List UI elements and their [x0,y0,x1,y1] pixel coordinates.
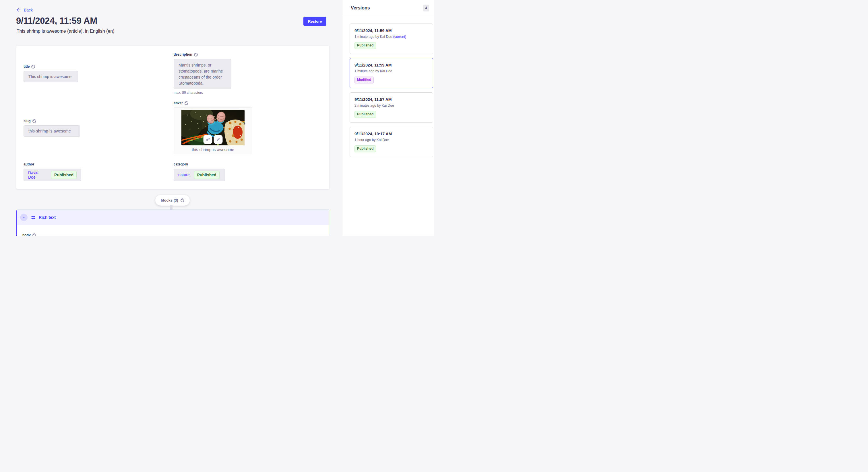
body-field-label: body [22,233,31,236]
version-current-label: (current) [393,35,406,39]
globe-icon [32,119,36,123]
version-status-badge: Published [354,145,376,152]
slug-field-label: slug [24,119,31,123]
field-title: title [24,65,78,82]
field-cover: cover [174,101,252,154]
rich-text-block-header: Rich text [17,210,329,225]
versions-sidebar: Versions 4 9/11/2024, 11:59 AM 1 minute … [342,0,434,236]
description-hint: max. 80 characters [174,91,231,95]
version-status-badge: Modified [354,76,374,83]
arrow-left-icon [17,7,21,12]
globe-icon [32,233,36,236]
blocks-field-pill: blocks (3) [155,195,190,206]
rich-text-block: Rich text body [17,210,329,236]
cover-filename: this-shrimp-is-awesome [174,147,252,152]
field-description: description Mantis shrimps, or stomatopo… [174,53,231,95]
category-status-badge: Published [194,171,220,179]
caret-up-icon [23,216,25,219]
entry-panel: title description Mantis shrimps, or sto… [17,45,329,189]
version-card-selected[interactable]: 9/11/2024, 11:59 AM 1 minute ago by Kai … [350,58,433,88]
globe-icon [31,65,35,69]
cover-media-card: this-shrimp-is-awesome [174,107,252,154]
field-slug: slug [24,119,80,137]
link-icon [206,137,210,142]
cover-actions [204,135,223,144]
restore-button[interactable]: Restore [303,16,327,26]
versions-count-badge: 4 [423,5,429,11]
globe-icon [194,53,198,57]
version-date: 9/11/2024, 11:57 AM [354,97,428,102]
title-field-label: title [24,65,30,69]
description-field-label: description [174,53,192,57]
version-card[interactable]: 9/11/2024, 11:57 AM 2 minutes ago by Kai… [350,92,433,123]
version-date: 9/11/2024, 11:59 AM [354,28,428,33]
version-meta: 1 hour ago by Kai Doe [354,138,389,142]
versions-list: 9/11/2024, 11:59 AM 1 minute ago by Kai … [342,16,434,157]
version-meta: 1 minute ago by Kai Doe [354,35,392,39]
collapse-button[interactable] [20,214,28,221]
page-title: 9/11/2024, 11:59 AM [16,16,97,26]
category-relation-box: nature Published [174,169,225,181]
description-textarea: Mantis shrimps, or stomatopods, are mari… [174,59,231,89]
version-meta: 2 minutes ago by Kai Doe [354,103,394,107]
cover-field-label: cover [174,101,183,105]
blocks-pill-label: blocks (3) [161,198,178,202]
rich-text-block-body: body [17,225,329,236]
field-author: author David Doe Published [24,162,81,181]
blocks-connector-line [170,205,173,210]
version-date: 9/11/2024, 10:17 AM [354,132,428,136]
field-category: category nature Published [174,162,225,181]
cover-copy-link-button[interactable] [204,135,212,144]
author-link[interactable]: David Doe [28,170,47,179]
version-card[interactable]: 9/11/2024, 11:59 AM 1 minute ago by Kai … [350,24,433,54]
category-field-label: category [174,162,188,166]
cover-edit-button[interactable] [214,135,223,144]
back-link[interactable]: Back [17,7,33,12]
page-subtitle: This shrimp is awesome (article), in Eng… [17,29,115,34]
versions-title: Versions [351,5,370,11]
version-meta: 1 minute ago by Kai Doe [354,69,392,73]
author-relation-box: David Doe Published [24,169,81,181]
version-date: 9/11/2024, 11:59 AM [354,63,428,67]
slug-input [24,125,80,137]
author-status-badge: Published [51,171,76,179]
back-label: Back [24,8,33,12]
component-grid-icon [31,216,35,220]
pencil-icon [216,137,220,142]
rich-text-block-title: Rich text [39,215,56,220]
globe-icon [181,198,184,202]
version-status-badge: Published [354,42,376,49]
version-status-badge: Published [354,111,376,118]
author-field-label: author [24,162,34,166]
title-input [24,71,78,82]
version-card[interactable]: 9/11/2024, 10:17 AM 1 hour ago by Kai Do… [350,127,433,157]
globe-icon [185,101,188,105]
version-history-page: Back 9/11/2024, 11:59 AM This shrimp is … [0,0,434,236]
versions-sidebar-header: Versions 4 [342,0,434,16]
category-link[interactable]: nature [178,173,190,177]
